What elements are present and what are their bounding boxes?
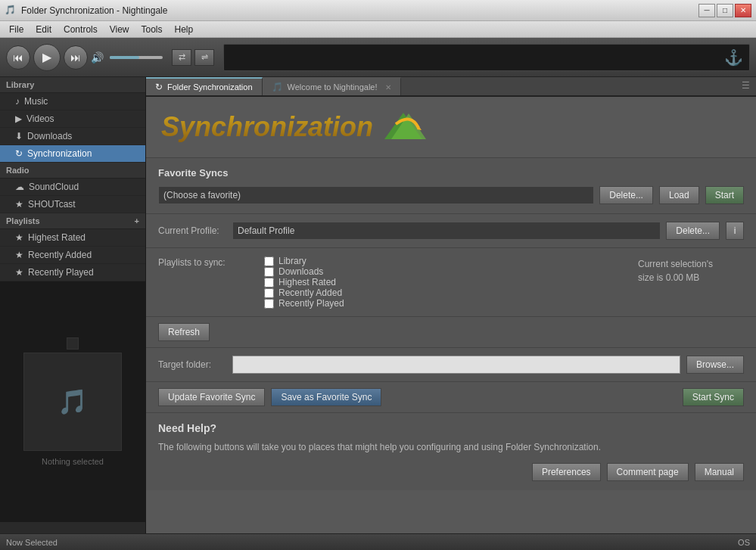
main-layout: Library ♪ Music ▶ Videos ⬇ Downloads ↻ S… <box>0 77 756 533</box>
nightingale-logo: ⚓ <box>724 48 743 67</box>
favorite-start-button[interactable]: Start <box>705 186 744 204</box>
playlist-icon-3: ★ <box>15 267 23 278</box>
target-folder-input[interactable] <box>232 356 680 374</box>
menu-file[interactable]: File <box>3 23 30 36</box>
profile-label: Current Profile: <box>158 225 226 236</box>
sidebar-item-music[interactable]: ♪ Music <box>0 93 145 110</box>
tab-close-button[interactable]: ✕ <box>385 83 391 92</box>
checkbox-recently-played-input[interactable] <box>264 299 274 309</box>
selection-info: Current selection'ssize is 0.00 MB <box>623 256 744 309</box>
playlist-icon-1: ★ <box>15 232 23 243</box>
statusbar: Now Selected OS <box>0 533 756 550</box>
window-controls: ─ □ ✕ <box>698 4 751 17</box>
shuffle-button[interactable]: ⇌ <box>194 49 214 66</box>
sidebar-item-recently-added[interactable]: ★ Recently Added <box>0 247 145 264</box>
minimize-button[interactable]: ─ <box>698 4 715 17</box>
radio-section-header: Radio <box>0 163 145 179</box>
nothing-selected-label: Nothing selected <box>42 457 104 466</box>
refresh-area: Refresh <box>146 317 756 348</box>
profile-select-wrapper: Default Profile <box>232 222 660 240</box>
favorite-select-wrapper: (Choose a favorite) <box>158 186 593 204</box>
volume-icon: 🔊 <box>91 51 104 64</box>
maximize-button[interactable]: □ <box>717 4 733 17</box>
menubar: File Edit Controls View Tools Help <box>0 21 756 38</box>
play-button[interactable]: ▶ <box>33 44 61 71</box>
prev-button[interactable]: ⏮ <box>6 45 30 70</box>
tab-welcome-icon: 🎵 <box>272 82 283 92</box>
checkbox-library: Library <box>264 256 623 266</box>
sidebar-item-synchronization[interactable]: ↻ Synchronization <box>0 145 145 163</box>
update-favorite-button[interactable]: Update Favorite Sync <box>158 388 265 406</box>
menu-tools[interactable]: Tools <box>135 23 169 36</box>
favorite-syncs-row: (Choose a favorite) Delete... Load Start <box>158 186 744 204</box>
start-sync-button[interactable]: Start Sync <box>683 388 744 406</box>
help-buttons: Preferences Comment page Manual <box>158 463 744 481</box>
playlists-checkboxes: Library Downloads Highest Rated Recently… <box>264 256 623 309</box>
sync-icon: ↻ <box>15 148 23 159</box>
preferences-button[interactable]: Preferences <box>532 463 601 481</box>
action-row: Update Favorite Sync Save as Favorite Sy… <box>146 382 756 413</box>
sidebar-item-recently-played[interactable]: ★ Recently Played <box>0 264 145 281</box>
selection-info-text: Current selection'ssize is 0.00 MB <box>638 256 744 284</box>
profile-delete-button[interactable]: Delete... <box>666 222 720 240</box>
profile-info-button[interactable]: i <box>726 222 744 240</box>
volume-slider[interactable] <box>110 56 163 59</box>
favorite-delete-button[interactable]: Delete... <box>599 186 653 204</box>
repeat-button[interactable]: ⇄ <box>172 49 191 66</box>
tab-folder-sync[interactable]: ↻ Folder Synchronization <box>146 77 263 95</box>
profile-select[interactable]: Default Profile <box>232 222 660 240</box>
tab-welcome[interactable]: 🎵 Welcome to Nightingale! ✕ <box>263 77 401 95</box>
favorite-syncs-section: Favorite Syncs (Choose a favorite) Delet… <box>146 157 756 214</box>
sidebar-item-videos[interactable]: ▶ Videos <box>0 110 145 128</box>
checkbox-downloads-input[interactable] <box>264 267 274 277</box>
transport-bar: ⏮ ▶ ⏭ 🔊 ⇄ ⇌ ⚓ <box>0 38 756 77</box>
playlists-left: Playlists to sync: <box>158 256 264 309</box>
playlists-section-header: Playlists + <box>0 213 145 229</box>
comment-page-button[interactable]: Comment page <box>607 463 689 481</box>
sidebar-item-soundcloud[interactable]: ☁ SoundCloud <box>0 179 145 196</box>
close-button[interactable]: ✕ <box>735 4 751 17</box>
tab-sync-icon: ↻ <box>155 82 163 92</box>
sidebar-scroll[interactable] <box>0 521 145 533</box>
browse-button[interactable]: Browse... <box>686 356 744 374</box>
library-section-header: Library <box>0 77 145 93</box>
menu-controls[interactable]: Controls <box>58 23 104 36</box>
download-icon: ⬇ <box>15 131 23 141</box>
favorite-syncs-title: Favorite Syncs <box>158 167 744 179</box>
sync-title: Synchronization <box>161 111 373 143</box>
manual-button[interactable]: Manual <box>695 463 744 481</box>
title-text: Folder Synchronization - Nightingale <box>21 5 698 16</box>
video-icon: ▶ <box>15 113 22 124</box>
menu-help[interactable]: Help <box>169 23 200 36</box>
sidebar-item-highest-rated[interactable]: ★ Highest Rated <box>0 229 145 247</box>
status-os: OS <box>738 538 750 547</box>
sync-header-icon <box>381 109 426 145</box>
checkbox-recently-played: Recently Played <box>264 298 623 309</box>
album-art-section: 🎵 Nothing selected <box>0 281 145 521</box>
sidebar-item-shoutcast[interactable]: ★ SHOUTcast <box>0 196 145 213</box>
favorite-select[interactable]: (Choose a favorite) <box>158 186 593 204</box>
menu-view[interactable]: View <box>104 23 135 36</box>
favorite-load-button[interactable]: Load <box>659 186 699 204</box>
menu-edit[interactable]: Edit <box>30 23 58 36</box>
checkbox-library-input[interactable] <box>264 256 274 266</box>
checkbox-recently-added-input[interactable] <box>264 288 274 298</box>
sidebar-item-downloads[interactable]: ⬇ Downloads <box>0 128 145 145</box>
target-folder-label: Target folder: <box>158 359 226 370</box>
content-area: ↻ Folder Synchronization 🎵 Welcome to Ni… <box>146 77 756 533</box>
next-button[interactable]: ⏭ <box>64 45 88 70</box>
help-text: The following buttons will take you to p… <box>158 440 744 454</box>
tabs-menu-button[interactable]: ☰ <box>736 77 756 95</box>
playlist-icon-2: ★ <box>15 250 23 260</box>
checkbox-highest-rated-input[interactable] <box>264 278 274 287</box>
save-favorite-button[interactable]: Save as Favorite Sync <box>271 388 381 406</box>
refresh-button[interactable]: Refresh <box>158 323 210 341</box>
title-icon: 🎵 <box>5 5 17 17</box>
playlists-add-button[interactable]: + <box>135 216 139 225</box>
playlists-label: Playlists to sync: <box>158 256 264 268</box>
album-art-icon: 🎵 <box>58 387 88 416</box>
status-left: Now Selected <box>6 538 738 547</box>
soundcloud-icon: ☁ <box>15 182 24 192</box>
shoutcast-icon: ★ <box>15 199 23 210</box>
album-art-placeholder: 🎵 <box>23 353 122 451</box>
